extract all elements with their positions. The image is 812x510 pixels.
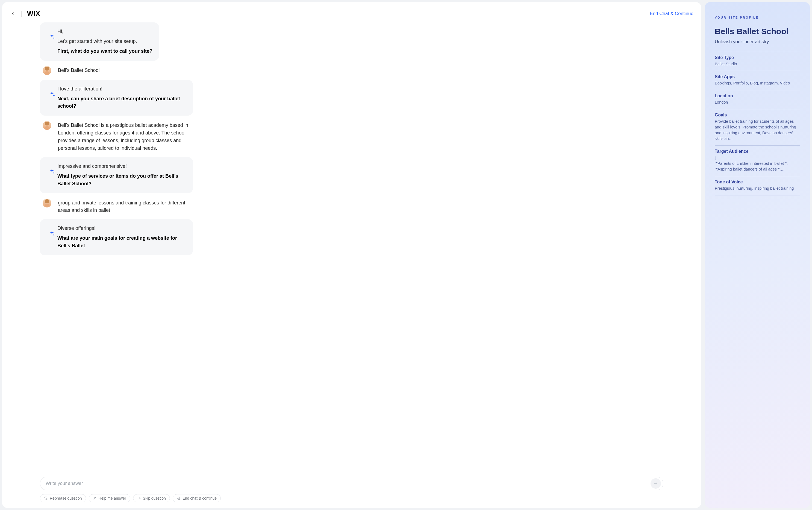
profile-label: Target Audience <box>715 149 800 154</box>
sparkle-icon <box>49 33 55 40</box>
ai-question: What type of services or items do you of… <box>57 172 186 188</box>
rephrase-question-button[interactable]: Rephrase question <box>40 494 86 502</box>
profile-label: Tone of Voice <box>715 179 800 185</box>
site-title: Bells Ballet School <box>715 27 800 36</box>
site-tagline: Unleash your inner artistry <box>715 39 800 45</box>
profile-block-site-type: Site Type Ballet Studio <box>715 52 800 71</box>
back-button[interactable] <box>10 11 16 17</box>
main-chat-panel: WIX End Chat & Continue Hi, Let's get st… <box>2 2 701 508</box>
ai-text: Impressive and comprehensive! <box>57 163 186 170</box>
ai-question: First, what do you want to call your sit… <box>57 48 152 55</box>
wand-icon <box>93 496 97 500</box>
profile-value: [ ""Parents of children interested in ba… <box>715 155 800 172</box>
pill-label: Skip question <box>143 496 166 501</box>
profile-block-tone: Tone of Voice Prestigious, nurturing, in… <box>715 176 800 195</box>
profile-label: Location <box>715 93 800 98</box>
ai-question: Next, can you share a brief description … <box>57 95 186 110</box>
user-message: Bell's Ballet School <box>40 65 663 75</box>
user-avatar <box>42 66 51 75</box>
ai-message: Impressive and comprehensive! What type … <box>40 157 663 193</box>
user-text: Bell's Ballet School <box>56 65 100 74</box>
profile-value: London <box>715 100 800 105</box>
profile-eyebrow: YOUR SITE PROFILE <box>715 16 800 19</box>
ai-message: Hi, Let's get started with your site set… <box>40 22 663 61</box>
profile-value: Bookings, Portfolio, Blog, Instagram, Vi… <box>715 80 800 86</box>
chat-area: Hi, Let's get started with your site set… <box>10 22 693 475</box>
user-message: Bell's Ballet School is a prestigious ba… <box>40 120 663 152</box>
end-chat-link[interactable]: End Chat & Continue <box>650 11 693 17</box>
ai-message: I love the alliteration! Next, can you s… <box>40 80 663 116</box>
ai-text: Hi, <box>57 28 152 35</box>
pill-label: End chat & continue <box>182 496 217 501</box>
pill-label: Rephrase question <box>50 496 82 501</box>
send-button[interactable] <box>650 478 661 489</box>
profile-label: Goals <box>715 113 800 117</box>
user-text: Bell's Ballet School is a prestigious ba… <box>56 120 198 152</box>
pill-label: Help me answer <box>98 496 126 501</box>
end-chat-continue-button[interactable]: End chat & continue <box>173 494 221 502</box>
sparkle-icon <box>49 91 55 97</box>
ai-message: Diverse offerings! What are your main go… <box>40 219 663 255</box>
wix-logo: WIX <box>27 10 40 18</box>
site-profile-panel: YOUR SITE PROFILE Bells Ballet School Un… <box>705 2 810 508</box>
sparkle-icon <box>49 230 55 237</box>
header-divider <box>21 11 22 17</box>
answer-input-bar <box>40 477 663 490</box>
profile-value: Ballet Studio <box>715 61 800 67</box>
refresh-icon <box>44 496 48 500</box>
profile-block-target-audience: Target Audience [ ""Parents of children … <box>715 145 800 176</box>
exit-icon <box>177 496 181 500</box>
user-message: group and private lessons and training c… <box>40 198 663 215</box>
ai-text: Let's get started with your site setup. <box>57 38 152 46</box>
profile-label: Site Type <box>715 55 800 60</box>
profile-block-location: Location London <box>715 90 800 109</box>
skip-icon <box>137 496 141 500</box>
header: WIX End Chat & Continue <box>10 10 693 18</box>
profile-block-site-apps: Site Apps Bookings, Portfolio, Blog, Ins… <box>715 71 800 90</box>
skip-question-button[interactable]: Skip question <box>133 494 170 502</box>
profile-block-goals: Goals Provide ballet training for studen… <box>715 109 800 145</box>
quick-actions: Rephrase question Help me answer Skip qu… <box>10 490 693 502</box>
sparkle-icon <box>49 168 55 175</box>
user-avatar <box>42 199 51 207</box>
profile-value: Provide ballet training for students of … <box>715 119 800 142</box>
ai-text: I love the alliteration! <box>57 85 186 93</box>
ai-text: Diverse offerings! <box>57 225 186 232</box>
help-me-answer-button[interactable]: Help me answer <box>89 494 130 502</box>
user-text: group and private lessons and training c… <box>56 198 198 215</box>
profile-label: Site Apps <box>715 74 800 79</box>
ai-question: What are your main goals for creating a … <box>57 234 186 250</box>
answer-input[interactable] <box>46 481 650 486</box>
profile-value: Prestigious, nurturing, inspiring ballet… <box>715 186 800 191</box>
user-avatar <box>42 121 51 130</box>
